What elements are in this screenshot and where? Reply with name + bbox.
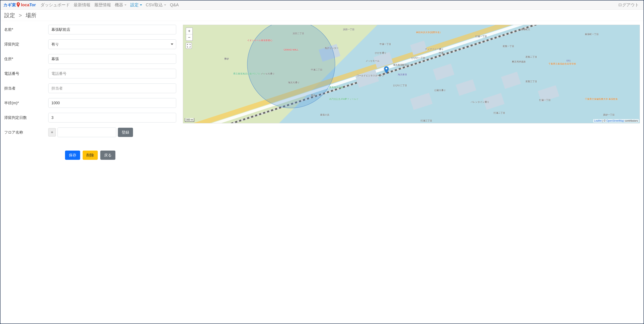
row-person: 担当者 — [4, 84, 176, 93]
row-address: 住所* — [4, 54, 176, 64]
map-place-label: 打瀬二丁目 — [494, 111, 505, 114]
map-place-label: 豊砂 — [224, 57, 229, 60]
logo-text-1: カギ束 — [3, 2, 16, 8]
label-address: 住所* — [4, 56, 48, 62]
map-place-label: 千葉県立幕張総合高等学校 — [548, 62, 576, 66]
input-radius[interactable] — [48, 98, 176, 108]
map-place-label: GRAND MALL — [284, 48, 299, 51]
map-attribution: Leaflet | © OpenStreetMap contributors — [593, 119, 639, 122]
row-radius: 半径(m)* — [4, 98, 176, 108]
nav-item[interactable]: 設定 — [130, 2, 142, 8]
scale-bar: 300 m — [185, 118, 194, 122]
map-place-label: 海浜幕張駅北口 — [393, 63, 409, 66]
map-place-label: 幕張町入 — [521, 28, 530, 31]
map-place-label: メッセ大通り — [261, 72, 274, 75]
plus-icon: + — [51, 130, 53, 135]
fullscreen-icon — [187, 44, 190, 48]
zoom-in-button[interactable]: + — [186, 28, 192, 34]
fullscreen-button[interactable] — [186, 42, 192, 49]
label-radius: 半径(m)* — [4, 100, 48, 106]
map-place-label: 真砂一丁目 — [603, 113, 615, 116]
map-place-label: ひびの一丁目 — [411, 56, 425, 60]
delete-button[interactable]: 削除 — [83, 150, 98, 160]
map-place-label: 海浜大通り — [288, 81, 300, 84]
zoom-out-button[interactable]: − — [186, 34, 192, 40]
input-name[interactable] — [48, 25, 176, 34]
back-button[interactable]: 戻る — [100, 150, 115, 160]
map-place-label: 打瀬三丁目 — [420, 119, 432, 122]
form-area: 名前* 滞留判定 住所* 電話番号 担当者 — [4, 25, 176, 160]
row-phone: 電話番号 — [4, 69, 176, 78]
label-phone: 電話番号 — [4, 71, 48, 76]
add-floor-button[interactable]: + — [48, 128, 56, 136]
map-place-label: 若葉一丁目 — [502, 45, 514, 48]
leaflet-link[interactable]: Leaflet — [594, 119, 602, 122]
label-person: 担当者 — [4, 86, 48, 91]
logo-text-2: loca — [21, 2, 29, 7]
nav-item[interactable]: 履歴情報 — [94, 2, 111, 8]
row-floor: フロア名称 + 登録 — [4, 128, 176, 137]
label-floor: フロア名称 — [4, 130, 48, 135]
map-place-label: 浜田二丁目 — [293, 32, 304, 35]
map-place-label: 神田外語大学(国際学舎) — [416, 31, 440, 34]
logo-text-3: Tor — [29, 2, 36, 7]
map-panel[interactable]: イオンモール幕張新都心GRAND MALL神田外語大学(国際学舎)浜田二丁目浜田… — [183, 25, 640, 123]
map-place-label: ティファニー通り — [425, 48, 444, 51]
map-pin-icon — [16, 2, 20, 8]
map-place-label: 若葉三丁目 — [526, 80, 537, 83]
select-stay-judgment[interactable] — [48, 40, 176, 49]
label-name: 名前* — [4, 27, 48, 32]
label-stay-days: 滞留判定日数 — [4, 115, 48, 120]
map-place-label: 高円宮記念JFA夢フィールド — [329, 98, 358, 101]
map-area: イオンモール幕張新都心GRAND MALL神田外語大学(国際学舎)浜田二丁目浜田… — [183, 25, 640, 160]
nav-links: ダッシュボード最新情報履歴情報機器設定CSV取込Q&A — [40, 2, 618, 8]
map-place-label: 浜田一丁目 — [343, 28, 354, 31]
breadcrumb-parent[interactable]: 設定 — [4, 12, 15, 18]
row-name: 名前* — [4, 25, 176, 34]
action-row: 保存 削除 戻る — [4, 150, 176, 160]
nav-item[interactable]: CSV取込 — [146, 2, 166, 8]
map-place-label: 県立幕張海浜公園 FGブロック — [233, 72, 265, 75]
breadcrumb: 設定 > 場所 — [4, 12, 640, 19]
chevron-down-icon — [140, 4, 142, 6]
zoom-control: + − — [186, 28, 193, 41]
map-place-label: 東京湾岸道路 — [512, 60, 526, 63]
map-place-label: イオンモール幕張新都心 — [247, 39, 272, 42]
map-place-label: メッセモール — [366, 59, 380, 62]
map-place-label: 美浜 — [311, 94, 316, 97]
map-place-label: 幕張の浜 — [320, 113, 329, 116]
main-content: 名前* 滞留判定 住所* 電話番号 担当者 — [0, 21, 644, 166]
map-place-label: ひびの二丁目 — [393, 84, 407, 87]
osm-link[interactable]: OpenStreetMap — [606, 119, 624, 122]
map-place-label: 若葉二丁目 — [526, 55, 537, 58]
nav-item[interactable]: ダッシュボード — [40, 2, 70, 8]
input-floor[interactable] — [58, 128, 116, 137]
input-stay-days[interactable] — [48, 113, 176, 122]
logout-link[interactable]: ログアウト — [618, 2, 639, 8]
save-button[interactable]: 保存 — [65, 150, 80, 160]
breadcrumb-separator: > — [19, 12, 22, 18]
row-stay-judgment: 滞留判定 — [4, 40, 176, 49]
nav-item[interactable]: Q&A — [170, 2, 179, 7]
nav-item[interactable]: 最新情報 — [74, 2, 90, 8]
navbar: カギ束 locaTor ダッシュボード最新情報履歴情報機器設定CSV取込Q&A … — [0, 0, 644, 10]
nav-item[interactable]: 機器 — [115, 2, 126, 8]
register-floor-button[interactable]: 登録 — [118, 128, 133, 137]
map-place-label: 幕張海浜公園 — [329, 86, 343, 89]
input-person[interactable] — [48, 84, 176, 93]
map-place-label: 公園大通り — [434, 89, 446, 92]
map-place-label: 打瀬一丁目 — [475, 35, 487, 38]
label-stay-judgment: 滞留判定 — [4, 42, 48, 47]
chevron-down-icon — [124, 4, 126, 6]
row-stay-days: 滞留判定日数 — [4, 113, 176, 122]
map-place-label: 千葉県立保健医療大学 幕張校舎 — [585, 98, 618, 101]
map-place-label: バレンタイン通り — [471, 100, 489, 104]
map-place-label: 免許センター — [325, 46, 338, 50]
input-phone[interactable] — [48, 69, 176, 78]
location-pin-icon[interactable] — [384, 66, 389, 74]
map-place-label: ワールドビジネスガーデン — [356, 74, 384, 77]
map-place-label: 中瀬 — [439, 52, 444, 54]
app-logo[interactable]: カギ束 locaTor — [3, 2, 36, 8]
input-address[interactable] — [48, 54, 176, 64]
map-place-label: ひびき通り — [375, 52, 386, 54]
